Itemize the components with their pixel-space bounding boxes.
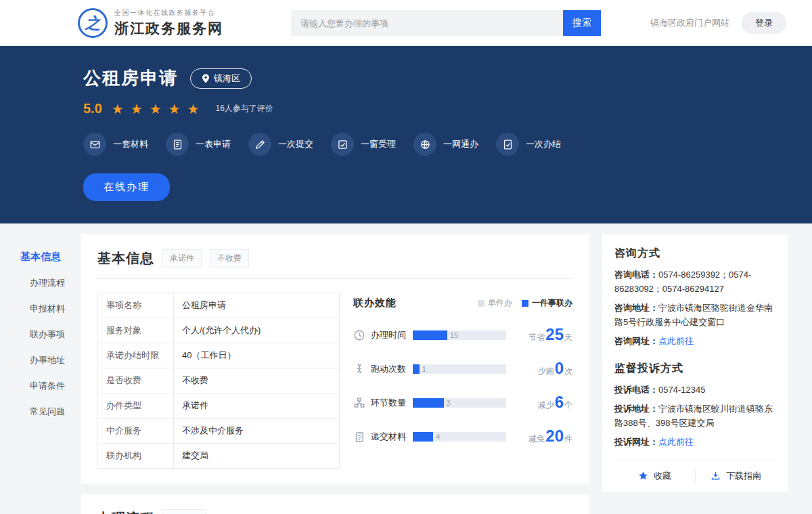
nav-item-process[interactable]: 办理流程 [20,277,68,289]
download-guide-button[interactable]: 下载指南 [695,470,776,482]
consult-address-row: 咨询地址：宁波市镇海区骆驼街道金华南路5号行政服务中心建交窗口 [614,301,776,330]
nav-item-conditions[interactable]: 申请条件 [20,380,68,392]
info-value: 40（工作日） [174,343,340,368]
search-button[interactable]: 搜索 [563,10,601,36]
feature-item: 一套材料 [83,133,148,156]
saving-unit: 天 [564,332,572,343]
saving-text: 少跑0次 [538,360,572,377]
info-label: 办件类型 [98,393,174,419]
info-value: 建交局 [174,444,340,469]
legend-joint: 一件事联办 [522,297,572,309]
nav-item-materials[interactable]: 申报材料 [20,303,68,315]
info-label: 联办机构 [98,444,174,469]
field-label: 投诉网址： [614,437,658,447]
favorite-button[interactable]: 收藏 [614,470,695,482]
right-panel: 咨询方式 咨询电话：0574-86259392；0574-86283092；05… [602,234,788,492]
efficiency-label: 办理时间 [371,329,413,341]
info-value: 承诺件 [174,393,340,419]
complaint-website-link[interactable]: 点此前往 [658,437,694,447]
rating-row: 5.0 ★★★★★ 16人参与了评价 [83,101,812,116]
nodes-icon [353,397,365,409]
table-row: 服务对象个人/(允许个人代办) [98,318,340,343]
consult-website-link[interactable]: 点此前往 [658,336,694,346]
district-tag: 镇海区 [190,68,252,89]
efficiency-row-trips: 跑动次数 1 少跑0次 [353,360,572,377]
feature-label: 一套材料 [113,138,148,150]
efficiency-chart: 联办效能 单件办 一件事联办 办理时间 15 [353,293,572,469]
feature-item: 一次办结 [496,133,561,156]
efficiency-bar: 15 [413,330,506,340]
nav-item-address[interactable]: 办事地址 [20,354,68,366]
saving-unit: 件 [564,433,572,445]
field-label: 投诉地址： [614,404,658,414]
page-title: 公租房申请 [83,66,178,90]
download-icon [710,471,721,481]
efficiency-bar: 3 [413,398,506,408]
table-row: 中介服务不涉及中介服务 [98,419,340,444]
bar-fill [413,364,420,374]
basic-info-table: 事项名称公租房申请 服务对象个人/(允许个人代办) 承诺办结时限40（工作日） … [97,293,340,469]
portal-link[interactable]: 镇海区政府门户网站 [650,17,729,29]
saving-text: 节省25天 [528,326,572,343]
saving-prefix: 减免 [528,433,545,445]
info-label: 服务对象 [98,318,174,343]
legend-swatch-blue [522,300,528,307]
feature-label: 一网通办 [443,138,478,150]
field-value: 0574-12345 [658,385,705,395]
info-value: 不收费 [174,368,340,393]
login-button[interactable]: 登录 [742,12,786,34]
info-value: 公租房申请 [174,293,340,318]
nav-item-faq[interactable]: 常见问题 [20,406,68,418]
table-row: 是否收费不收费 [98,368,340,393]
panel-actions: 收藏 下载指南 [614,460,776,492]
content-column: 基本信息 承诺件 不收费 事项名称公租房申请 服务对象个人/(允许个人代办) 承… [81,234,589,514]
feature-item: 一网通办 [413,133,478,156]
online-apply-button[interactable]: 在线办理 [83,173,170,201]
site-logo[interactable]: 之 全国一体化在线政务服务平台 浙江政务服务网 [78,8,223,38]
saving-value: 25 [545,326,564,343]
process-title: 办理流程 [97,509,154,514]
legend-label: 一件事联办 [532,297,572,309]
info-value: 不涉及中介服务 [174,419,340,444]
consult-title: 咨询方式 [614,247,776,261]
saving-prefix: 少跑 [538,366,554,377]
efficiency-row-materials: 递交材料 4 减免20件 [353,428,572,445]
search-input[interactable] [291,10,563,36]
complaint-address-row: 投诉地址：宁波市镇海区蛟川街道镇骆东路388号、398号区建交局 [614,402,776,431]
bar-fill [413,330,447,340]
envelope-icon [83,133,106,156]
feature-label: 一次提交 [278,138,313,150]
info-label: 承诺办结时限 [98,343,174,368]
field-label: 咨询网址： [614,336,658,346]
table-row: 事项名称公租房申请 [98,293,340,318]
header-right: 镇海区政府门户网站 登录 [650,12,786,34]
saving-unit: 个 [564,400,572,411]
rating-stars: ★★★★★ [112,102,206,116]
nav-item-joint-items[interactable]: 联办事项 [20,328,68,341]
nav-item-basic-info[interactable]: 基本信息 [20,251,68,263]
bar-value: 4 [436,433,440,441]
edit-icon [248,133,271,156]
badge-zero-trips: 0次跑动 [162,509,206,514]
info-label: 是否收费 [98,368,174,393]
efficiency-label: 环节数量 [371,397,413,409]
consult-website-row: 咨询网址：点此前往 [614,334,776,348]
table-row: 办件类型承诺件 [98,393,340,419]
documents-icon [353,431,365,443]
info-value: 个人/(允许个人代办) [174,318,340,343]
legend-single: 单件办 [478,297,512,309]
district-label: 镇海区 [214,72,240,85]
chart-legend: 单件办 一件事联办 [478,297,572,309]
complaint-title: 监督投诉方式 [614,362,776,376]
saving-text: 减免20件 [528,428,572,445]
info-label: 中介服务 [98,419,174,444]
search-bar: 搜索 [291,10,601,36]
complaint-phone-row: 投诉电话：0574-12345 [614,383,776,397]
efficiency-row-steps: 环节数量 3 减少6个 [353,394,572,411]
feature-item: 一表申请 [166,133,231,156]
field-label: 咨询电话： [614,270,658,280]
bar-fill [413,398,444,408]
contact-card: 咨询方式 咨询电话：0574-86259392；0574-86283092；05… [602,234,788,492]
favorite-label: 收藏 [654,470,671,482]
section-nav: 基本信息 办理流程 申报材料 联办事项 办事地址 申请条件 常见问题 [20,234,68,431]
